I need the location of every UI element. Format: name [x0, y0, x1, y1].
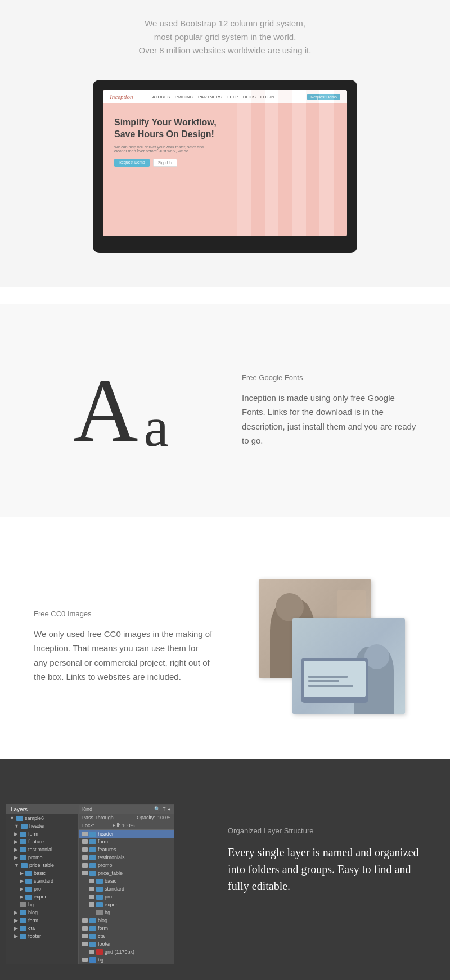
font-display: A a	[73, 365, 169, 455]
fonts-section: A a Free Google Fonts Inception is made …	[0, 304, 450, 517]
ps-left-row-cta: ▶ cta	[6, 924, 78, 932]
ps-layer-promo: promo	[79, 861, 174, 869]
gap-1	[0, 287, 450, 304]
bootstrap-text: We used Bootstrap 12 column grid system,…	[56, 17, 394, 57]
layers-left: Layers ▼ sample6 ▼ header ▶ form	[0, 793, 200, 964]
ps-layer-grid: grid (1170px)	[79, 948, 174, 956]
layers-section-label: Organized Layer Structure	[228, 827, 428, 835]
cc0-body: We only used free CC0 images in the maki…	[34, 627, 214, 684]
fonts-left: A a	[34, 365, 208, 455]
ps-root: ▼ sample6	[6, 814, 78, 822]
cc0-section: Free CC0 Images We only used free CC0 im…	[0, 534, 450, 759]
laptop-logo: Inception	[110, 93, 133, 100]
cc0-image-2	[292, 618, 405, 714]
ps-layer-footer: footer	[79, 940, 174, 948]
stripe-overlay	[237, 90, 347, 236]
laptop-btn-primary[interactable]: Request Demo	[114, 159, 150, 167]
font-letter-small: a	[144, 399, 169, 455]
layers-section: Layers ▼ sample6 ▼ header ▶ form	[0, 759, 450, 980]
laptop-hero-title: Simplify Your Workflow,Save Hours On Des…	[114, 117, 217, 141]
ps-layer-bg-2: bg	[79, 956, 174, 964]
ps-left-row-testimonial: ▶ testimonial	[6, 846, 78, 853]
ps-left-row-blog: ▶ blog	[6, 909, 78, 916]
nav-link-features: FEATURES	[147, 94, 170, 100]
laptop-btns: Request Demo Sign Up	[114, 159, 217, 167]
ps-left-row-form: ▶ form	[6, 830, 78, 838]
layers-section-body: Every single layer is named and organize…	[228, 844, 428, 895]
font-letter-large: A	[73, 365, 138, 455]
laptop-mockup: Inception FEATURES PRICING PARTNERS HELP…	[93, 80, 357, 253]
ps-left-row-footer: ▶ footer	[6, 932, 78, 940]
stripe-6	[306, 90, 320, 236]
nav-right-help: HELP	[227, 94, 238, 100]
ps-layer-testimonials: testimonials	[79, 853, 174, 861]
gap-2	[0, 517, 450, 534]
ps-layer-basic: basic	[79, 877, 174, 885]
bootstrap-section: We used Bootstrap 12 column grid system,…	[0, 0, 450, 80]
stripe-3	[265, 90, 278, 236]
ps-layer-expert: expert	[79, 901, 174, 909]
laptop-hero-body: We can help you deliver your work faster…	[114, 145, 217, 153]
ps-left-row-form2: ▶ form	[6, 916, 78, 924]
stripe-7	[320, 90, 333, 236]
ps-layer-form2: form	[79, 924, 174, 932]
ps-layer-standard: standard	[79, 885, 174, 893]
ps-left-row-basic: ▶ basic	[6, 869, 78, 877]
ps-right-controls: Kind 🔍 T ♦	[79, 805, 174, 814]
nav-link-partners: PARTNERS	[198, 94, 222, 100]
ps-layer-header-highlighted: header	[79, 830, 174, 838]
fonts-body: Inception is made using only free Google…	[242, 391, 416, 448]
ps-left-row-feature: ▶ feature	[6, 838, 78, 846]
ps-left-row-standard: ▶ standard	[6, 877, 78, 885]
stripe-4	[278, 90, 292, 236]
ps-left-row-promo: ▶ promo	[6, 853, 78, 861]
ps-layer-pro: pro	[79, 893, 174, 901]
laptop-section: Inception FEATURES PRICING PARTNERS HELP…	[0, 80, 450, 287]
ps-left-row-expert: ▶ expert	[6, 893, 78, 901]
ps-left-row-bg: bg	[6, 901, 78, 909]
ps-left-row-pro: ▶ pro	[6, 885, 78, 893]
stripe-1	[237, 90, 251, 236]
laptop-screen: Inception FEATURES PRICING PARTNERS HELP…	[103, 90, 347, 236]
ps-layer-form: form	[79, 838, 174, 846]
fonts-right: Free Google Fonts Inception is made usin…	[231, 373, 416, 448]
ps-layer-price-table: price_table	[79, 869, 174, 877]
ps-left-row-price-table: ▼ price_table	[6, 861, 78, 869]
ps-layer-cta: cta	[79, 932, 174, 940]
fonts-label: Free Google Fonts	[242, 373, 416, 382]
ps-blend-mode: Pass Through Opacity: 100%	[79, 814, 174, 821]
ps-layer-blog: blog	[79, 916, 174, 924]
ps-fill: Lock: Fill: 100%	[79, 821, 174, 830]
layers-right: Organized Layer Structure Every single l…	[217, 793, 428, 895]
ps-left-title: Layers	[6, 805, 78, 814]
stripe-8	[334, 90, 347, 236]
ps-root-name: sample6	[25, 815, 44, 821]
ps-left-row-header: ▼ header	[6, 822, 78, 830]
cc0-right	[236, 579, 416, 714]
ps-layer-features: features	[79, 846, 174, 853]
stripe-5	[292, 90, 305, 236]
cc0-label: Free CC0 Images	[34, 609, 214, 618]
nav-link-pricing: PRICING	[175, 94, 194, 100]
cc0-left: Free CC0 Images We only used free CC0 im…	[34, 609, 214, 684]
laptop-hero: Simplify Your Workflow,Save Hours On Des…	[103, 103, 228, 236]
stripe-2	[251, 90, 264, 236]
laptop-btn-secondary[interactable]: Sign Up	[153, 159, 177, 167]
ps-layer-bg-1: bg	[79, 909, 174, 916]
